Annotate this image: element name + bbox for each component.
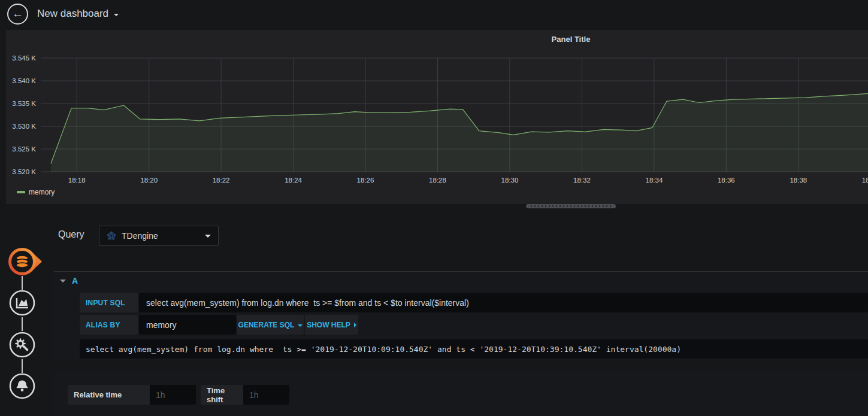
svg-text:18:22: 18:22 bbox=[213, 177, 230, 184]
back-arrow-icon: ← bbox=[12, 8, 23, 19]
dashboard-title: New dashboard bbox=[37, 8, 108, 20]
chevron-right-icon bbox=[354, 323, 356, 327]
panel-resize-handle[interactable] bbox=[526, 204, 616, 208]
svg-text:18:18: 18:18 bbox=[68, 177, 86, 184]
tab-connector-line bbox=[22, 317, 23, 331]
svg-text:18:32: 18:32 bbox=[573, 177, 591, 184]
datasource-name: TDengine bbox=[122, 231, 158, 241]
datasource-select[interactable]: TDengine bbox=[99, 226, 219, 246]
svg-text:3.525 K: 3.525 K bbox=[12, 145, 36, 153]
time-shift-label: Time shift bbox=[201, 385, 243, 405]
alias-by-field[interactable]: memory bbox=[139, 315, 236, 335]
svg-text:18:34: 18:34 bbox=[646, 177, 663, 184]
svg-text:3.520 K: 3.520 K bbox=[12, 168, 36, 175]
query-options: Relative time Time shift bbox=[54, 370, 868, 416]
query-row-header[interactable]: A bbox=[54, 272, 868, 290]
input-sql-label: INPUT SQL bbox=[80, 293, 138, 312]
show-help-label: SHOW HELP bbox=[307, 321, 350, 329]
svg-text:18:20: 18:20 bbox=[140, 177, 158, 184]
query-ref-id: A bbox=[72, 276, 78, 286]
svg-text:3.540 K: 3.540 K bbox=[12, 77, 36, 84]
top-nav-bar: ← New dashboard bbox=[0, 0, 868, 29]
generate-sql-button[interactable]: GENERATE SQL bbox=[237, 315, 304, 335]
show-help-button[interactable]: SHOW HELP bbox=[305, 315, 358, 335]
legend-item-memory[interactable]: memory bbox=[17, 188, 55, 196]
svg-text:18:36: 18:36 bbox=[718, 177, 735, 184]
svg-text:3.535 K: 3.535 K bbox=[12, 100, 36, 107]
legend-color-dash bbox=[17, 191, 25, 193]
back-button[interactable]: ← bbox=[7, 4, 28, 25]
generate-sql-label: GENERATE SQL bbox=[238, 321, 295, 329]
query-editor: A INPUT SQL select avg(mem_system) from … bbox=[54, 271, 868, 360]
tab-queries[interactable] bbox=[5, 246, 43, 280]
graph-panel: Panel Title 3.520 K3.525 K3.530 K3.535 K… bbox=[6, 30, 868, 204]
relative-time-input[interactable] bbox=[150, 385, 196, 405]
generated-sql-preview: select avg(mem_system) from log.dn where… bbox=[80, 339, 868, 359]
svg-text:18:30: 18:30 bbox=[501, 177, 519, 184]
collapse-caret-icon bbox=[60, 280, 66, 283]
svg-text:3.545 K: 3.545 K bbox=[12, 54, 36, 62]
svg-text:18:24: 18:24 bbox=[285, 177, 302, 184]
chart-icon bbox=[9, 290, 35, 316]
tab-visualization[interactable] bbox=[9, 290, 35, 318]
tab-connector-line bbox=[22, 276, 23, 290]
legend-label: memory bbox=[29, 188, 55, 196]
time-series-chart[interactable]: 3.520 K3.525 K3.530 K3.535 K3.540 K3.545… bbox=[6, 30, 868, 204]
chevron-down-icon bbox=[298, 324, 303, 327]
tab-general[interactable] bbox=[9, 332, 35, 360]
query-section-title: Query bbox=[58, 229, 84, 240]
tdengine-logo-icon bbox=[107, 231, 116, 241]
chevron-down-icon bbox=[114, 14, 119, 16]
svg-text:18:38: 18:38 bbox=[790, 177, 807, 184]
dashboard-title-dropdown[interactable]: New dashboard bbox=[37, 8, 119, 20]
input-sql-field[interactable]: select avg(mem_system) from log.dn where… bbox=[139, 293, 868, 312]
svg-text:3.530 K: 3.530 K bbox=[12, 123, 36, 130]
alias-by-label: ALIAS BY bbox=[80, 315, 138, 335]
tab-connector-line bbox=[22, 359, 23, 373]
database-icon bbox=[5, 246, 43, 277]
svg-text:18:28: 18:28 bbox=[429, 177, 446, 184]
svg-text:18:26: 18:26 bbox=[357, 177, 374, 184]
chevron-down-icon bbox=[205, 235, 211, 238]
gear-icon bbox=[9, 332, 35, 358]
svg-text:18:40: 18:40 bbox=[862, 177, 868, 184]
bell-icon bbox=[9, 373, 35, 399]
tab-alert[interactable] bbox=[9, 373, 35, 402]
time-shift-input[interactable] bbox=[243, 385, 289, 405]
relative-time-label: Relative time bbox=[68, 385, 150, 405]
